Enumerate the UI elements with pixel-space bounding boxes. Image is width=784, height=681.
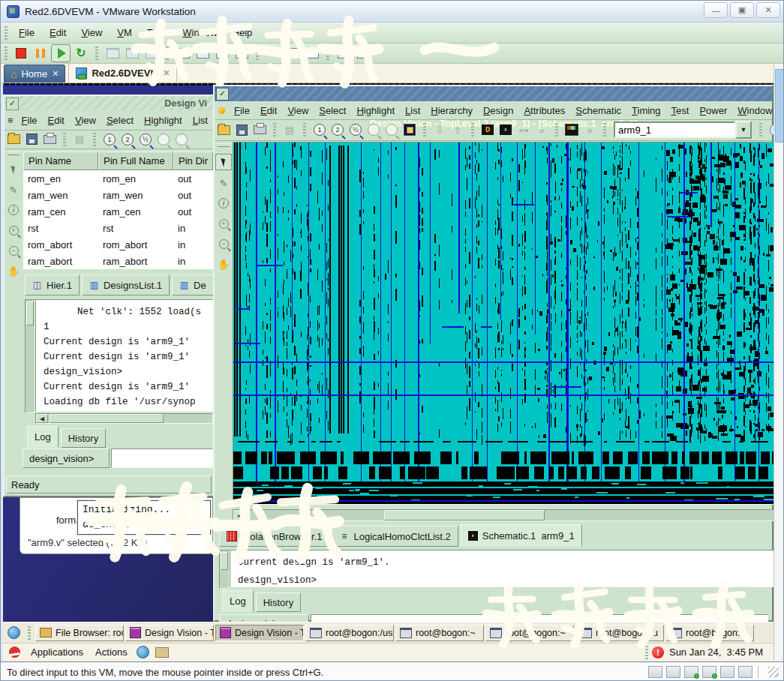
menu-list[interactable]: List bbox=[400, 104, 425, 118]
menu-view[interactable]: View bbox=[74, 26, 110, 40]
fullscreen-exit-icon[interactable] bbox=[738, 666, 752, 678]
menu-window[interactable]: Window bbox=[175, 26, 224, 40]
zoom-in-tool-icon[interactable]: + bbox=[6, 223, 21, 238]
bg-command-input[interactable] bbox=[111, 448, 213, 468]
pointer-tool-icon[interactable] bbox=[6, 162, 21, 177]
pointer-tool-icon[interactable] bbox=[215, 154, 232, 170]
chevron[interactable]: » bbox=[581, 122, 598, 137]
menu-view[interactable]: View bbox=[282, 104, 314, 118]
pause-icon[interactable] bbox=[32, 45, 50, 62]
scroll-left-arrow[interactable]: ◀ bbox=[233, 510, 245, 520]
tab-schematic-1-arm9-1[interactable]: ◗Schematic.1 arm9_1 bbox=[461, 524, 582, 547]
table-row[interactable]: ram_wenram_wenout bbox=[23, 187, 213, 203]
taskbar-item-root-bogon-usr[interactable]: root@bogon:/usr bbox=[305, 625, 394, 641]
unity-icon[interactable] bbox=[354, 45, 372, 62]
scroll-track[interactable] bbox=[245, 510, 384, 520]
table-row[interactable]: ram_abortram_abortin bbox=[23, 253, 213, 269]
fg-window-titlebar[interactable]: ✓ Design Vision - TopLevel.2 (arm9_1) - … bbox=[215, 86, 772, 101]
taskbar-item-root-bogon-u[interactable]: root@bogon:/u bbox=[575, 625, 664, 641]
scroll-thumb[interactable] bbox=[384, 510, 545, 520]
gate-icon[interactable]: D bbox=[479, 122, 496, 137]
tab-hier-1[interactable]: ◫Hier.1 bbox=[25, 274, 80, 296]
close-icon[interactable]: ✕ bbox=[163, 68, 170, 78]
console-view-icon[interactable] bbox=[194, 45, 212, 62]
pin-table[interactable]: Pin NamePin Full NamePin Dirrom_enrom_en… bbox=[23, 152, 213, 269]
applications-menu[interactable]: Applications bbox=[25, 646, 89, 658]
zoom-prev-icon[interactable] bbox=[365, 122, 382, 137]
titlebar[interactable]: Red2.6DVEVM - VMware Workstation — ▣ ✕ bbox=[1, 1, 784, 22]
menu-hierarchy[interactable]: Hierarchy bbox=[425, 104, 478, 118]
stop-icon[interactable] bbox=[12, 45, 30, 62]
link-icon[interactable]: ⊶ bbox=[515, 122, 532, 137]
menu-highlight[interactable]: Highlight bbox=[351, 104, 400, 118]
menu-test[interactable]: Test bbox=[666, 104, 695, 118]
menu-edit[interactable]: Edit bbox=[43, 113, 70, 128]
actions-menu[interactable]: Actions bbox=[89, 646, 134, 658]
sound-icon[interactable] bbox=[702, 666, 716, 678]
save-icon[interactable] bbox=[233, 122, 250, 137]
pencil-tool-icon[interactable]: ✎ bbox=[6, 182, 21, 197]
panel-grip[interactable] bbox=[645, 646, 648, 659]
pencil-tool-icon[interactable]: ✎ bbox=[216, 176, 231, 190]
tab-red26dvevm[interactable]: Red2.6DVEVM ✕ bbox=[68, 63, 177, 82]
summary-icon[interactable] bbox=[213, 45, 231, 62]
info-tool-icon[interactable]: i bbox=[216, 196, 231, 211]
bg-prompt-label[interactable]: design_vision> bbox=[23, 448, 110, 468]
menu-file[interactable]: File bbox=[17, 113, 43, 128]
map-icon[interactable] bbox=[563, 122, 580, 137]
reset-icon[interactable]: ↻ bbox=[72, 45, 90, 62]
note-icon[interactable]: ▤ bbox=[281, 122, 298, 137]
design-select[interactable]: ▼ bbox=[614, 122, 752, 137]
taskbar-item-design-vision-t[interactable]: Design Vision - T bbox=[125, 625, 214, 641]
revert-icon[interactable] bbox=[123, 45, 141, 62]
gate2-icon[interactable]: ◗ bbox=[497, 122, 514, 137]
table-row[interactable]: rstrstin bbox=[23, 220, 213, 236]
table-row[interactable]: rom_enrom_enout bbox=[23, 170, 213, 187]
note-icon[interactable]: ▤ bbox=[71, 132, 88, 147]
menu-grip-icon[interactable]: ≡ bbox=[8, 115, 14, 126]
zoom-sel-icon[interactable] bbox=[383, 122, 400, 137]
scroll-thumb[interactable] bbox=[221, 552, 228, 570]
menu-timing[interactable]: Timing bbox=[626, 104, 666, 118]
sidebar-icon[interactable] bbox=[174, 45, 192, 62]
menu-file[interactable]: File bbox=[11, 26, 42, 40]
menu-vm[interactable]: VM bbox=[110, 26, 140, 40]
taskbar-item-file-browser-roo[interactable]: File Browser: roo bbox=[35, 625, 124, 641]
display-icon[interactable] bbox=[720, 666, 734, 678]
log-vertical-scrollbar[interactable] bbox=[219, 550, 230, 589]
appview-icon[interactable] bbox=[233, 45, 251, 62]
tab-violationbrowser-1[interactable]: ViolationBrowser.1 bbox=[219, 526, 329, 547]
toolstrip-handle[interactable] bbox=[8, 152, 20, 155]
manage-snapshots-icon[interactable] bbox=[143, 45, 161, 62]
open-icon[interactable] bbox=[215, 122, 232, 137]
menu-window[interactable]: Window bbox=[732, 104, 773, 118]
clock[interactable]: Sun Jan 24, 3:45 PM bbox=[669, 646, 763, 658]
resize-grip[interactable] bbox=[768, 667, 779, 677]
zoom-out-tool-icon[interactable]: − bbox=[6, 243, 21, 258]
zoom-one-icon[interactable]: 1 bbox=[311, 122, 328, 137]
menu-select[interactable]: Select bbox=[314, 104, 351, 118]
vm-console[interactable]: ✓ Design Vi ≡ FileEditViewSelectHighligh… bbox=[3, 83, 773, 661]
menu-file[interactable]: File bbox=[229, 104, 255, 118]
capture-screen-icon[interactable] bbox=[284, 45, 302, 62]
zoom-in-tool-icon[interactable]: + bbox=[216, 216, 231, 231]
menu-power[interactable]: Power bbox=[694, 104, 732, 118]
web-launcher-icon[interactable] bbox=[8, 626, 20, 639]
column-header-pin-full-name[interactable]: Pin Full Name bbox=[98, 152, 173, 170]
apply-up-icon[interactable]: ⇧ bbox=[449, 122, 466, 137]
menu-view[interactable]: View bbox=[70, 113, 101, 128]
redhat-menu-icon[interactable] bbox=[9, 646, 20, 658]
fullscreen-icon[interactable] bbox=[335, 45, 353, 62]
zoom-sel-icon[interactable] bbox=[173, 132, 190, 147]
toolbar-grip[interactable] bbox=[5, 46, 8, 60]
zoom-half-icon[interactable]: ½ bbox=[347, 122, 364, 137]
close-icon[interactable]: ✕ bbox=[52, 69, 59, 79]
schematic-canvas[interactable] bbox=[233, 142, 773, 505]
toolstrip-handle[interactable] bbox=[218, 143, 230, 147]
close-button[interactable]: ✕ bbox=[756, 2, 780, 18]
schematic-hscrollbar[interactable]: ◀ bbox=[233, 509, 773, 521]
pan-tool-icon[interactable]: ✋ bbox=[216, 256, 231, 272]
taskbar-item-root-bogon-[interactable]: root@bogon:~ bbox=[485, 625, 574, 641]
menu-design[interactable]: Design bbox=[478, 104, 518, 118]
harddisk-icon[interactable] bbox=[666, 666, 680, 678]
